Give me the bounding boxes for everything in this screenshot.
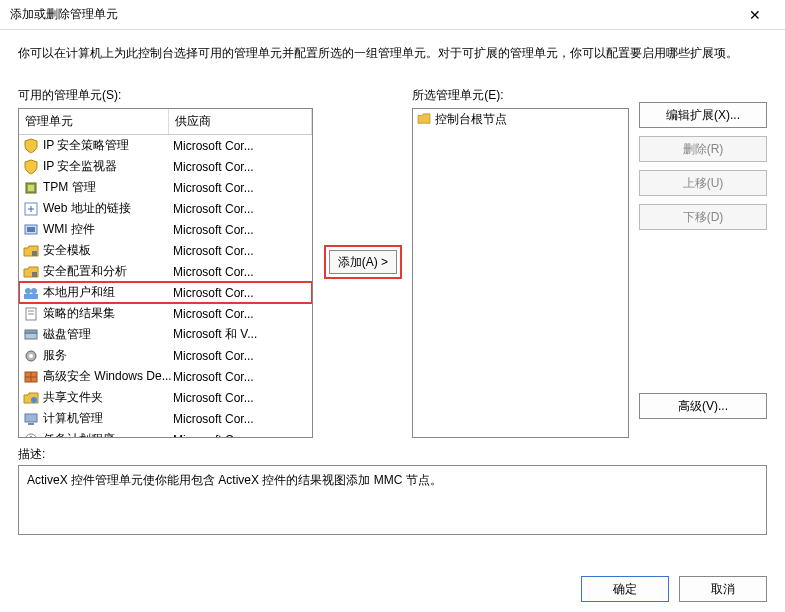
item-vendor: Microsoft Cor...: [173, 349, 308, 363]
side-buttons-column: 编辑扩展(X)... 删除(R) 上移(U) 下移(D) 高级(V)...: [639, 87, 767, 438]
item-vendor: Microsoft Cor...: [173, 412, 308, 426]
disk-icon: [23, 327, 39, 343]
col-header-vendor[interactable]: 供应商: [169, 109, 312, 134]
firewall-icon: [23, 369, 39, 385]
doc-icon: [23, 306, 39, 322]
item-vendor: Microsoft Cor...: [173, 202, 308, 216]
item-vendor: Microsoft Cor...: [173, 244, 308, 258]
svg-rect-13: [25, 333, 37, 339]
edit-extensions-button[interactable]: 编辑扩展(X)...: [639, 102, 767, 128]
list-header: 管理单元 供应商: [19, 109, 312, 135]
svg-point-16: [29, 354, 33, 358]
users-icon: [23, 285, 39, 301]
gear-icon: [23, 348, 39, 364]
list-item[interactable]: IP 安全策略管理Microsoft Cor...: [19, 135, 312, 156]
item-name: 安全配置和分析: [43, 263, 173, 280]
folder-icon: [417, 113, 431, 125]
folder-lock-icon: [23, 264, 39, 280]
list-item[interactable]: WMI 控件Microsoft Cor...: [19, 219, 312, 240]
item-name: TPM 管理: [43, 179, 173, 196]
description-label: 描述:: [0, 438, 785, 465]
selected-list[interactable]: 控制台根节点: [412, 108, 629, 438]
chip-icon: [23, 180, 39, 196]
shield-yell-icon: [23, 159, 39, 175]
item-vendor: Microsoft Cor...: [173, 265, 308, 279]
svg-rect-6: [32, 272, 37, 277]
wmi-icon: [23, 222, 39, 238]
main-area: 可用的管理单元(S): 管理单元 供应商 IP 安全策略管理Microsoft …: [0, 87, 785, 438]
selected-column: 所选管理单元(E): 控制台根节点: [412, 87, 629, 438]
item-name: 高级安全 Windows De...: [43, 368, 173, 385]
svg-rect-21: [25, 414, 37, 422]
description-box: ActiveX 控件管理单元使你能用包含 ActiveX 控件的结果视图添加 M…: [18, 465, 767, 535]
clock-icon: [23, 432, 39, 439]
description-text: ActiveX 控件管理单元使你能用包含 ActiveX 控件的结果视图添加 M…: [27, 473, 442, 487]
item-vendor: Microsoft Cor...: [173, 139, 308, 153]
item-vendor: Microsoft Cor...: [173, 181, 308, 195]
svg-rect-5: [32, 251, 37, 256]
console-root-item[interactable]: 控制台根节点: [413, 109, 628, 129]
available-column: 可用的管理单元(S): 管理单元 供应商 IP 安全策略管理Microsoft …: [18, 87, 313, 438]
cancel-button[interactable]: 取消: [679, 576, 767, 602]
window-title: 添加或删除管理单元: [10, 6, 735, 23]
svg-rect-14: [25, 330, 37, 333]
item-name: WMI 控件: [43, 221, 173, 238]
col-header-name[interactable]: 管理单元: [19, 109, 169, 134]
list-item[interactable]: 策略的结果集Microsoft Cor...: [19, 303, 312, 324]
item-vendor: Microsoft Cor...: [173, 433, 308, 439]
list-item[interactable]: 磁盘管理Microsoft 和 V...: [19, 324, 312, 345]
available-label: 可用的管理单元(S):: [18, 87, 313, 104]
list-item[interactable]: 任务计划程序Microsoft Cor...: [19, 429, 312, 438]
item-name: 策略的结果集: [43, 305, 173, 322]
available-list[interactable]: 管理单元 供应商 IP 安全策略管理Microsoft Cor...IP 安全监…: [18, 108, 313, 438]
item-vendor: Microsoft Cor...: [173, 286, 308, 300]
close-icon[interactable]: ✕: [735, 1, 775, 29]
item-vendor: Microsoft Cor...: [173, 391, 308, 405]
list-item[interactable]: 安全模板Microsoft Cor...: [19, 240, 312, 261]
list-item[interactable]: IP 安全监视器Microsoft Cor...: [19, 156, 312, 177]
link-icon: [23, 201, 39, 217]
item-name: IP 安全策略管理: [43, 137, 173, 154]
middle-column: 添加(A) >: [323, 87, 402, 438]
remove-button: 删除(R): [639, 136, 767, 162]
share-icon: [23, 390, 39, 406]
item-vendor: Microsoft Cor...: [173, 223, 308, 237]
advanced-button[interactable]: 高级(V)...: [639, 393, 767, 419]
item-name: Web 地址的链接: [43, 200, 173, 217]
folder-lock-icon: [23, 243, 39, 259]
svg-point-7: [25, 288, 31, 294]
list-item[interactable]: 服务Microsoft Cor...: [19, 345, 312, 366]
item-vendor: Microsoft Cor...: [173, 160, 308, 174]
item-name: IP 安全监视器: [43, 158, 173, 175]
item-vendor: Microsoft Cor...: [173, 370, 308, 384]
item-name: 本地用户和组: [43, 284, 173, 301]
item-name: 磁盘管理: [43, 326, 173, 343]
item-name: 计算机管理: [43, 410, 173, 427]
list-item[interactable]: Web 地址的链接Microsoft Cor...: [19, 198, 312, 219]
svg-point-20: [31, 397, 37, 403]
item-vendor: Microsoft Cor...: [173, 307, 308, 321]
computer-icon: [23, 411, 39, 427]
item-name: 任务计划程序: [43, 431, 173, 438]
list-item[interactable]: 高级安全 Windows De...Microsoft Cor...: [19, 366, 312, 387]
item-name: 共享文件夹: [43, 389, 173, 406]
list-item[interactable]: 计算机管理Microsoft Cor...: [19, 408, 312, 429]
item-name: 服务: [43, 347, 173, 364]
move-up-button: 上移(U): [639, 170, 767, 196]
svg-rect-1: [28, 185, 34, 191]
svg-rect-22: [28, 423, 34, 425]
add-button[interactable]: 添加(A) >: [329, 250, 397, 274]
titlebar: 添加或删除管理单元 ✕: [0, 0, 785, 30]
instruction-text: 你可以在计算机上为此控制台选择可用的管理单元并配置所选的一组管理单元。对于可扩展…: [0, 30, 785, 87]
list-item[interactable]: TPM 管理Microsoft Cor...: [19, 177, 312, 198]
list-item[interactable]: 共享文件夹Microsoft Cor...: [19, 387, 312, 408]
item-vendor: Microsoft 和 V...: [173, 326, 308, 343]
svg-rect-4: [27, 227, 35, 232]
item-name: 安全模板: [43, 242, 173, 259]
ok-button[interactable]: 确定: [581, 576, 669, 602]
console-root-label: 控制台根节点: [435, 111, 507, 128]
list-item[interactable]: 安全配置和分析Microsoft Cor...: [19, 261, 312, 282]
list-item[interactable]: 本地用户和组Microsoft Cor...: [19, 282, 312, 303]
svg-point-8: [31, 288, 37, 294]
svg-rect-9: [24, 294, 38, 299]
